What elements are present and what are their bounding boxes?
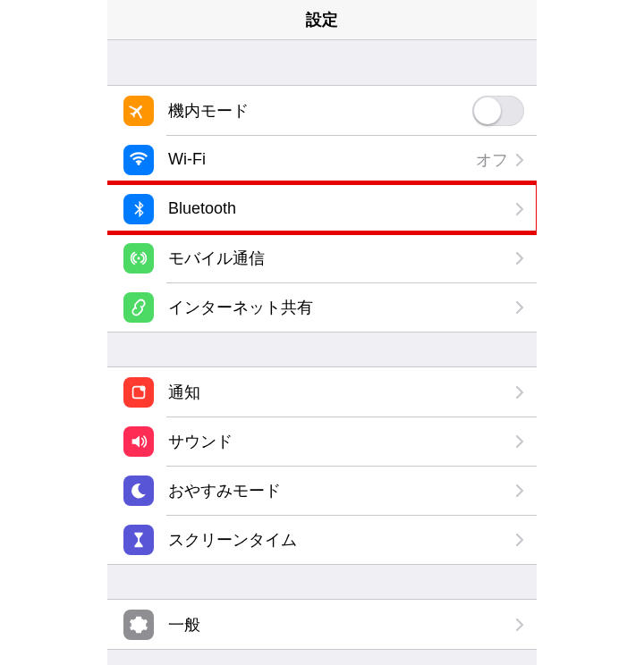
chevron-right-icon <box>515 484 524 498</box>
bluetooth-icon <box>123 194 154 224</box>
chevron-right-icon <box>515 434 524 449</box>
section-gap <box>107 565 537 599</box>
row-label: スクリーンタイム <box>168 529 515 551</box>
notification-icon <box>123 377 154 408</box>
settings-group-connectivity: 機内モード Wi-Fi オフ Bluetooth <box>107 85 537 332</box>
chevron-right-icon <box>515 385 524 400</box>
row-notifications[interactable]: 通知 <box>107 367 537 417</box>
row-bluetooth[interactable]: Bluetooth <box>107 184 537 233</box>
row-general[interactable]: 一般 <box>107 600 537 649</box>
row-label: サウンド <box>168 431 515 452</box>
row-sounds[interactable]: サウンド <box>107 417 537 466</box>
row-hotspot[interactable]: インターネット共有 <box>107 282 537 332</box>
row-label: Wi-Fi <box>168 150 476 169</box>
section-gap <box>107 332 537 366</box>
row-wifi[interactable]: Wi-Fi オフ <box>107 135 537 184</box>
section-gap <box>107 40 537 85</box>
airplane-icon <box>123 96 154 126</box>
chevron-right-icon <box>515 300 524 315</box>
row-label: Bluetooth <box>168 199 515 218</box>
toggle-knob <box>474 97 501 124</box>
settings-group-alerts: 通知 サウンド おやすみモード <box>107 366 537 565</box>
row-do-not-disturb[interactable]: おやすみモード <box>107 466 537 515</box>
row-label: おやすみモード <box>168 480 515 501</box>
row-label: インターネット共有 <box>168 297 515 318</box>
settings-screen: 設定 機内モード Wi-Fi オフ <box>107 0 537 665</box>
link-icon <box>123 292 154 323</box>
moon-icon <box>123 476 154 506</box>
page-title: 設定 <box>306 9 339 30</box>
chevron-right-icon <box>515 153 524 167</box>
wifi-icon <box>123 145 154 175</box>
row-label: モバイル通信 <box>168 248 515 269</box>
svg-point-2 <box>140 385 146 391</box>
speaker-icon <box>123 426 154 457</box>
chevron-right-icon <box>515 618 524 632</box>
antenna-icon <box>123 243 154 274</box>
chevron-right-icon <box>515 202 524 216</box>
header-bar: 設定 <box>107 0 537 40</box>
airplane-toggle[interactable] <box>472 96 524 126</box>
row-label: 通知 <box>168 382 515 403</box>
hourglass-icon <box>123 525 154 555</box>
svg-point-0 <box>138 257 140 259</box>
gear-icon <box>123 610 154 640</box>
chevron-right-icon <box>515 533 524 547</box>
chevron-right-icon <box>515 251 524 265</box>
row-label: 機内モード <box>168 100 472 122</box>
row-screen-time[interactable]: スクリーンタイム <box>107 515 537 564</box>
wifi-value: オフ <box>476 149 508 171</box>
row-label: 一般 <box>168 614 515 636</box>
row-cellular[interactable]: モバイル通信 <box>107 233 537 282</box>
settings-group-general: 一般 <box>107 599 537 650</box>
row-airplane-mode[interactable]: 機内モード <box>107 86 537 135</box>
